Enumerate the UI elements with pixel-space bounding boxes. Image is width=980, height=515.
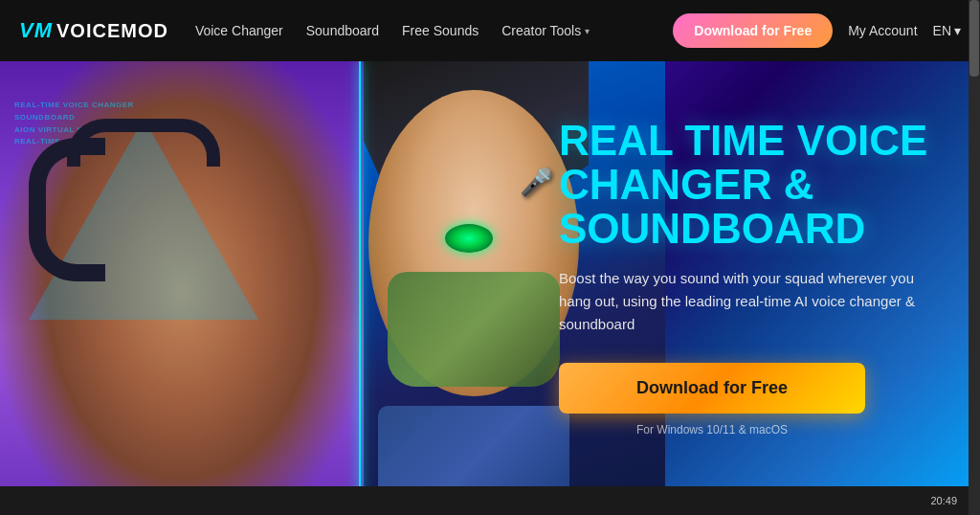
logo-vm: VM [19,18,53,43]
platform-compatibility-note: For Windows 10/11 & macOS [559,423,865,437]
nav-free-sounds[interactable]: Free Sounds [402,23,479,38]
microphone-icon: 🎤 [520,167,553,198]
hero-content: REAL TIME VOICE CHANGER & SOUNDBOARD Boo… [559,119,961,437]
language-selector[interactable]: EN ▾ [933,23,961,38]
nav-soundboard[interactable]: Soundboard [306,23,379,38]
hero-section: REAL-TIME VOICE CHANGER SOUNDBOARD AION … [0,61,980,515]
hero-subtitle: Boost the way you sound with your squad … [559,267,923,336]
nav-right: Download for Free My Account EN ▾ [673,13,961,48]
logo-name: VOICEMOD [56,20,168,42]
taskbar: 20:49 [0,486,969,515]
my-account-link[interactable]: My Account [848,23,917,38]
logo[interactable]: VM VOICEMOD [19,18,168,43]
hero-divider-line [359,61,361,515]
nav-voice-changer[interactable]: Voice Changer [195,23,283,38]
system-clock: 20:49 [930,495,957,506]
anime-eye [445,224,493,253]
hero-title: REAL TIME VOICE CHANGER & SOUNDBOARD [559,119,961,252]
anime-mask [388,272,560,387]
scrollbar-thumb[interactable] [969,0,979,77]
nav-download-button[interactable]: Download for Free [673,13,833,48]
hero-person-image: REAL-TIME VOICE CHANGER SOUNDBOARD AION … [0,61,364,515]
navbar: VM VOICEMOD Voice Changer Soundboard Fre… [0,0,980,61]
hero-download-button[interactable]: Download for Free [559,363,865,414]
nav-links: Voice Changer Soundboard Free Sounds Cre… [195,23,673,38]
headphone-left [29,138,105,281]
chevron-down-icon: ▾ [585,26,590,36]
chevron-down-icon: ▾ [954,23,961,38]
nav-creator-tools[interactable]: Creator Tools ▾ [501,23,590,38]
scrollbar[interactable] [969,0,980,515]
